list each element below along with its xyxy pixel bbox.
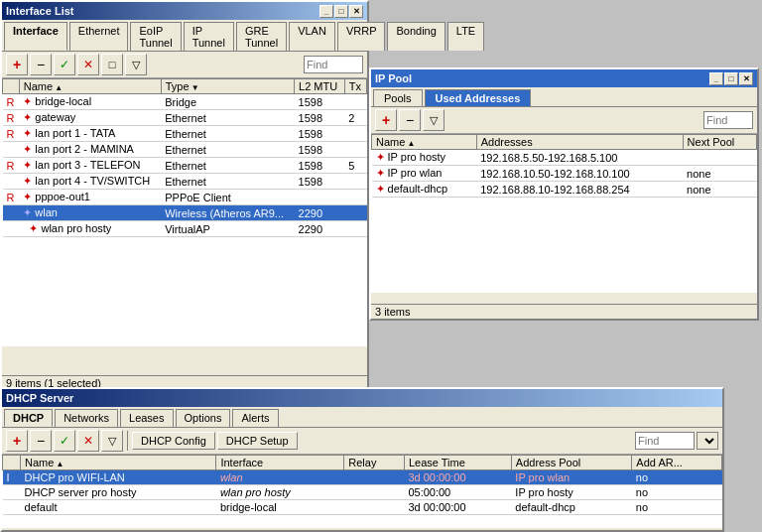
row-mtu: 2290	[295, 221, 345, 237]
row-interface: bridge-local	[216, 500, 344, 515]
dhcp-col-address-pool[interactable]: Address Pool	[511, 456, 632, 470]
table-row[interactable]: R ✦ bridge-local Bridge 1598	[3, 94, 367, 110]
ippool-minimize-button[interactable]: _	[709, 72, 723, 85]
table-row[interactable]: ✦ lan port 4 - TV/SWITCH Ethernet 1598	[3, 174, 367, 190]
tab-ethernet[interactable]: Ethernet	[69, 22, 129, 51]
close-button[interactable]: ✕	[349, 5, 363, 18]
row-flag	[3, 205, 20, 221]
tab-gre-tunnel[interactable]: GRE Tunnel	[236, 22, 287, 51]
table-row[interactable]: R ✦ gateway Ethernet 1598 2	[3, 110, 367, 126]
dhcp-find-dropdown[interactable]	[697, 432, 718, 450]
dhcp-col-lease-time[interactable]: Lease Time	[404, 456, 511, 470]
dhcp-tab-options[interactable]: Options	[176, 409, 231, 427]
dhcp-toolbar: + − ✓ ✕ ▽ DHCP Config DHCP Setup	[2, 428, 722, 455]
ippool-filter-button[interactable]: ▽	[423, 109, 444, 131]
table-row[interactable]: ✦ wlan pro hosty VirtualAP 2290	[3, 221, 367, 237]
table-row[interactable]: DHCP server pro hosty wlan pro hosty 05:…	[3, 485, 722, 500]
dhcp-find-input[interactable]	[635, 432, 695, 450]
dhcp-col-flag	[3, 456, 21, 470]
disable-button[interactable]: ✕	[77, 54, 99, 75]
copy-button[interactable]: □	[101, 54, 123, 75]
row-add-ar: no	[632, 470, 722, 485]
dhcp-title: DHCP Server	[6, 392, 73, 404]
add-button[interactable]: +	[6, 54, 28, 75]
table-row[interactable]: I DHCP pro WIFI-LAN wlan 3d 00:00:00 IP …	[3, 470, 722, 485]
row-type: Bridge	[161, 94, 294, 110]
ippool-maximize-button[interactable]: □	[724, 72, 738, 85]
table-row[interactable]: ✦ lan port 2 - MAMINA Ethernet 1598	[3, 142, 367, 158]
dhcp-add-button[interactable]: +	[6, 430, 28, 452]
row-flag: R	[3, 126, 20, 142]
filter-button[interactable]: ▽	[125, 54, 147, 75]
tab-lte[interactable]: LTE	[447, 22, 484, 51]
table-row[interactable]: ✦ IP pro hosty 192.168.5.50-192.168.5.10…	[372, 150, 757, 166]
row-type: Ethernet	[161, 126, 294, 142]
table-row[interactable]: R ✦ lan port 1 - TATA Ethernet 1598	[3, 126, 367, 142]
dhcp-remove-button[interactable]: −	[30, 430, 52, 452]
tab-vlan[interactable]: VLAN	[289, 22, 335, 51]
toolbar-separator	[127, 431, 128, 451]
table-row[interactable]: default bridge-local 3d 00:00:00 default…	[3, 500, 722, 515]
dhcp-tab-leases[interactable]: Leases	[120, 409, 173, 427]
tab-eoip-tunnel[interactable]: EoIP Tunnel	[130, 22, 181, 51]
col-type[interactable]: Type	[161, 79, 294, 94]
dhcp-config-button[interactable]: DHCP Config	[132, 432, 215, 450]
enable-button[interactable]: ✓	[54, 54, 75, 75]
dhcp-col-interface[interactable]: Interface	[216, 456, 344, 470]
col-name[interactable]: Name	[19, 79, 161, 94]
ippool-tab-used-addresses[interactable]: Used Addresses	[425, 89, 532, 106]
dhcp-tab-bar: DHCP Networks Leases Options Alerts	[2, 407, 722, 428]
ippool-col-addresses[interactable]: Addresses	[476, 135, 683, 150]
table-row[interactable]: R ✦ lan port 3 - TELEFON Ethernet 1598 5	[3, 158, 367, 174]
row-relay	[344, 470, 405, 485]
dhcp-enable-button[interactable]: ✓	[54, 430, 75, 452]
dhcp-tab-networks[interactable]: Networks	[55, 409, 118, 427]
dhcp-col-relay[interactable]: Relay	[344, 456, 405, 470]
ippool-close-button[interactable]: ✕	[739, 72, 753, 85]
interface-list-title: Interface List	[6, 5, 73, 17]
dhcp-titlebar: DHCP Server	[2, 389, 722, 407]
table-row[interactable]: ✦ default-dhcp 192.168.88.10-192.168.88.…	[372, 182, 757, 198]
ippool-status-bar: 3 items	[371, 304, 757, 319]
dhcp-window: DHCP Server DHCP Networks Leases Options…	[0, 387, 724, 532]
col-tx[interactable]: Tx	[344, 79, 366, 94]
titlebar-buttons: _ □ ✕	[319, 5, 363, 18]
remove-button[interactable]: −	[30, 54, 52, 75]
dhcp-disable-button[interactable]: ✕	[77, 430, 99, 452]
row-lease-time: 05:00:00	[404, 485, 511, 500]
dhcp-tab-alerts[interactable]: Alerts	[232, 409, 278, 427]
tab-vrrp[interactable]: VRRP	[337, 22, 386, 51]
row-tx	[344, 190, 366, 205]
table-row[interactable]: ✦ wlan Wireless (Atheros AR9... 2290	[3, 205, 367, 221]
maximize-button[interactable]: □	[334, 5, 348, 18]
table-row[interactable]: ✦ IP pro wlan 192.168.10.50-192.168.10.1…	[372, 166, 757, 182]
ippool-tab-pools[interactable]: Pools	[373, 89, 423, 106]
row-flag	[3, 174, 20, 190]
find-input[interactable]	[304, 56, 363, 73]
row-flag	[3, 500, 21, 515]
row-name: ✦ default-dhcp	[372, 182, 477, 198]
dhcp-col-add-ar[interactable]: Add AR...	[632, 456, 722, 470]
dhcp-filter-button[interactable]: ▽	[101, 430, 123, 452]
col-mtu[interactable]: L2 MTU	[295, 79, 345, 94]
ippool-col-next-pool[interactable]: Next Pool	[683, 135, 756, 150]
tab-ip-tunnel[interactable]: IP Tunnel	[184, 22, 234, 51]
ippool-add-button[interactable]: +	[375, 109, 397, 131]
ippool-remove-button[interactable]: −	[399, 109, 421, 131]
tab-bonding[interactable]: Bonding	[387, 22, 444, 51]
dhcp-setup-button[interactable]: DHCP Setup	[217, 432, 298, 450]
minimize-button[interactable]: _	[319, 5, 333, 18]
ippool-table-container: Name Addresses Next Pool ✦ IP pro hosty …	[371, 134, 757, 293]
ippool-find-input[interactable]	[703, 111, 753, 129]
row-flag: R	[3, 190, 20, 205]
tab-interface[interactable]: Interface	[4, 22, 67, 51]
row-type: Ethernet	[161, 158, 294, 174]
interface-list-titlebar: Interface List _ □ ✕	[2, 2, 367, 20]
dhcp-col-name[interactable]: Name	[21, 456, 216, 470]
row-name: ✦ IP pro hosty	[372, 150, 477, 166]
dhcp-tab-dhcp[interactable]: DHCP	[4, 409, 53, 427]
ippool-titlebar-buttons: _ □ ✕	[709, 72, 753, 85]
row-tx	[344, 126, 366, 142]
ippool-col-name[interactable]: Name	[372, 135, 477, 150]
table-row[interactable]: R ✦ pppoe-out1 PPPoE Client	[3, 190, 367, 205]
